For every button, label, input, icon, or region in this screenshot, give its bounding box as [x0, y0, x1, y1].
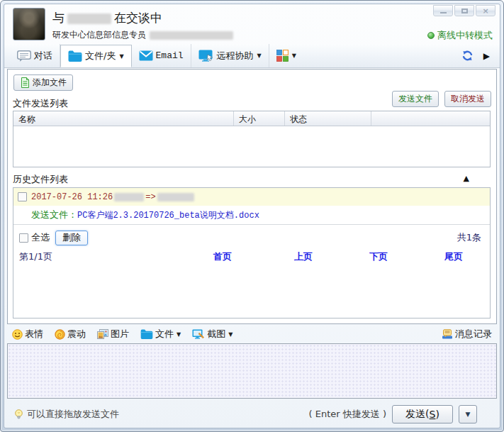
image-label: 图片 — [111, 328, 129, 340]
chevron-down-icon: ▼ — [119, 53, 123, 60]
redacted-role-detail — [150, 31, 233, 40]
shake-label: 震动 — [67, 328, 86, 340]
remote-assist-icon — [198, 50, 214, 62]
contact-avatar[interactable] — [13, 8, 45, 40]
send-label-key: S — [430, 409, 436, 420]
window-controls: × — [433, 5, 495, 16]
column-header-size[interactable]: 大小 — [234, 111, 285, 126]
send-list-title: 文件发送列表 — [13, 97, 68, 110]
toolbar-right: ▶ — [462, 44, 500, 67]
send-label-suffix: ) — [435, 409, 439, 420]
redacted-contact-name — [67, 13, 111, 24]
expand-right-icon[interactable]: ▶ — [483, 51, 490, 61]
redacted-receiver — [157, 193, 194, 201]
main-toolbar: 对话 文件/夹 ▼ Email 远程协助 ▼ ▼ — [4, 44, 500, 68]
select-all-checkbox[interactable] — [19, 233, 28, 243]
offline-relay-mode-toggle[interactable]: 离线中转模式 — [427, 29, 493, 42]
history-list: 2017-07-26 11:26 => 发送文件： PC客户端2.3.20170… — [13, 187, 491, 319]
history-actions-row: 全选 删除 共1条 — [13, 229, 490, 246]
table-header: 名称 大小 状态 — [13, 111, 490, 126]
emoji-label: 表情 — [25, 328, 43, 340]
page-indicator: 第1/1页 — [19, 250, 52, 263]
history-item-checkbox[interactable] — [18, 192, 27, 201]
title-prefix: 与 — [52, 11, 65, 25]
maximize-button[interactable] — [454, 5, 474, 16]
send-file-table: 名称 大小 状态 — [13, 111, 491, 167]
cancel-send-button[interactable]: 取消发送 — [444, 91, 491, 107]
history-list-title: 历史文件列表 — [13, 173, 68, 186]
sync-icon[interactable] — [462, 50, 473, 61]
tab-chat[interactable]: 对话 — [10, 44, 60, 67]
column-header-empty — [371, 111, 490, 126]
tab-chat-label: 对话 — [34, 50, 52, 62]
pagination-row: 第1/1页 首页 上页 下页 尾页 — [13, 249, 490, 263]
titlebar: 与在交谈中 研发中心信息部信息专员 × 离线中转模式 — [4, 4, 500, 44]
file-label: 文件 — [155, 328, 174, 340]
pager-first-link[interactable]: 首页 — [213, 250, 232, 263]
image-icon — [97, 329, 108, 339]
tab-file-folder[interactable]: 文件/夹 ▼ — [60, 45, 132, 67]
delete-button[interactable]: 删除 — [55, 231, 88, 245]
column-header-status[interactable]: 状态 — [285, 111, 371, 126]
chevron-down-icon: ▼ — [228, 331, 233, 338]
pager-last-link[interactable]: 尾页 — [444, 250, 463, 263]
send-file-button[interactable]: 发送文件 — [392, 91, 439, 107]
column-header-name[interactable]: 名称 — [13, 111, 234, 126]
tab-email[interactable]: Email — [132, 44, 191, 67]
pager-prev-link[interactable]: 上页 — [294, 250, 313, 263]
history-item-header: 2017-07-26 11:26 => — [13, 188, 490, 206]
app-grid-menu[interactable]: ▼ — [269, 44, 303, 67]
tab-file-folder-label: 文件/夹 — [85, 50, 116, 62]
online-status-dot-icon — [427, 32, 435, 39]
title-suffix: 在交谈中 — [114, 11, 162, 25]
folder-icon — [68, 50, 82, 62]
collapse-up-icon[interactable]: ▲ — [464, 174, 469, 183]
chat-window: 与在交谈中 研发中心信息部信息专员 × 离线中转模式 对话 文件/夹 ▼ — [0, 0, 504, 432]
minimize-button[interactable] — [433, 5, 453, 16]
chevron-down-icon: ▼ — [177, 331, 181, 338]
contact-role: 研发中心信息部信息专员 — [52, 29, 233, 41]
tab-email-label: Email — [156, 50, 184, 61]
footer-right: ( Enter 快捷发送 ) 发送(S) ▼ — [309, 405, 490, 423]
send-button[interactable]: 发送(S) — [392, 405, 453, 423]
close-icon: × — [482, 7, 488, 15]
mode-label: 离线中转模式 — [437, 29, 493, 42]
screenshot-button[interactable]: 截图 ▼ — [192, 328, 233, 340]
select-all-label: 全选 — [31, 231, 50, 244]
file-transfer-panel: 添加文件 文件发送列表 发送文件 取消发送 名称 大小 状态 历史文件列表 ▲ … — [7, 69, 497, 324]
screenshot-label: 截图 — [207, 328, 225, 340]
tab-remote-assist-label: 远程协助 — [217, 50, 254, 62]
shake-button[interactable]: 震动 — [55, 328, 86, 340]
emoji-button[interactable]: 表情 — [12, 328, 43, 340]
window-title: 与在交谈中 — [52, 10, 162, 26]
message-history-label: 消息记录 — [455, 328, 492, 340]
drag-drop-hint-label: 可以直接拖放发送文件 — [27, 408, 119, 421]
file-button[interactable]: 文件 ▼ — [140, 328, 181, 340]
chevron-down-icon: ▼ — [292, 52, 296, 59]
add-file-button[interactable]: 添加文件 — [13, 74, 73, 91]
message-input[interactable] — [7, 343, 497, 399]
chevron-down-icon: ▼ — [466, 411, 471, 418]
send-options-dropdown-button[interactable]: ▼ — [459, 405, 477, 423]
window-inner: 与在交谈中 研发中心信息部信息专员 × 离线中转模式 对话 文件/夹 ▼ — [4, 4, 500, 428]
email-icon — [139, 50, 153, 61]
chat-bubble-icon — [17, 50, 31, 62]
history-item-filename[interactable]: PC客户端2.3.20170726_beta说明文档.docx — [77, 209, 259, 221]
tab-remote-assist[interactable]: 远程协助 ▼ — [191, 44, 269, 67]
screenshot-icon — [192, 329, 205, 340]
close-button[interactable]: × — [476, 5, 495, 16]
message-history-icon — [442, 329, 453, 339]
folder-icon — [140, 329, 153, 339]
chevron-down-icon: ▼ — [257, 52, 262, 59]
app-grid-icon — [276, 50, 289, 62]
message-history-button[interactable]: 消息记录 — [442, 328, 492, 340]
pager-next-link[interactable]: 下页 — [369, 250, 388, 263]
redacted-sender — [114, 193, 144, 201]
history-count: 共1条 — [457, 231, 481, 244]
history-item-action-label: 发送文件： — [31, 209, 77, 221]
send-label-prefix: 发送( — [405, 408, 429, 421]
drag-drop-hint: 可以直接拖放发送文件 — [14, 408, 119, 421]
image-button[interactable]: 图片 — [97, 328, 129, 340]
maximize-icon — [461, 9, 468, 13]
shake-icon — [55, 329, 65, 340]
